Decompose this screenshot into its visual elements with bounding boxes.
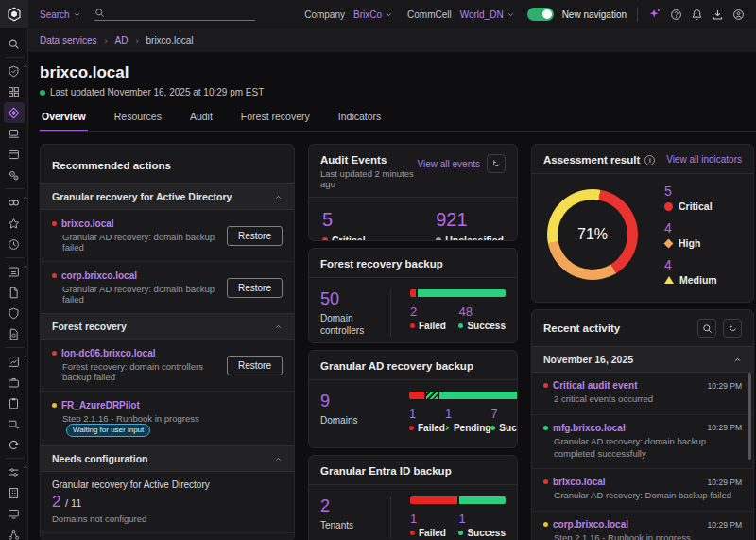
list-item: corp.brixco.local Granular AD recovery: … [41, 261, 294, 313]
account-icon[interactable] [732, 9, 745, 21]
entity-link[interactable]: brixco.local [61, 218, 114, 229]
entity-link[interactable]: FR_AzureDRPilot [61, 400, 140, 410]
view-all-events-link[interactable]: View all events [417, 159, 480, 169]
entity-link[interactable]: corp.brixco.local [61, 270, 137, 281]
tab-indicators[interactable]: Indicators [336, 111, 384, 131]
failed-segment [409, 392, 424, 399]
company-dropdown[interactable]: BrixCo [353, 9, 393, 20]
stat-success: 1 Success [458, 512, 506, 538]
not-configured-count: 2 [52, 493, 60, 511]
applications-window-icon[interactable] [4, 144, 25, 165]
help-icon[interactable] [670, 9, 682, 21]
activity-date-group[interactable]: November 16, 2025 [532, 346, 753, 373]
divider [5, 57, 24, 58]
protection-shield-icon[interactable] [4, 61, 25, 81]
total-block: 9 Domains [320, 392, 390, 433]
lifecycle-infinity-icon[interactable] [4, 192, 25, 213]
sync-loop-icon[interactable] [4, 434, 25, 455]
section-forest-recovery[interactable]: Forest recovery [41, 313, 294, 340]
card-title: Recommended actions [52, 160, 171, 171]
app-logo[interactable] [0, 0, 28, 28]
card-title: Audit Events [320, 154, 417, 165]
activity-link[interactable]: corp.brixco.local [553, 519, 628, 530]
history-clock-icon[interactable] [4, 234, 25, 254]
assessment-legend: 5 Critical 4 High 4 Medium [664, 183, 717, 286]
console-monitor-icon[interactable] [4, 503, 25, 524]
view-all-indicators-link[interactable]: View all indicators [666, 154, 742, 165]
replication-device-icon[interactable] [4, 413, 25, 434]
configuration-sliders-icon[interactable] [4, 462, 25, 482]
divider [390, 289, 391, 337]
data-services-icon[interactable] [4, 102, 25, 123]
scrollbar[interactable] [748, 373, 751, 460]
breadcrumb-data-services[interactable]: Data services [40, 35, 97, 45]
success-segment [459, 496, 507, 504]
chevron-up-icon [274, 322, 283, 331]
devices-laptop-icon[interactable] [4, 123, 25, 144]
bell-icon[interactable] [691, 9, 703, 21]
global-search-input[interactable] [94, 8, 255, 21]
restore-button[interactable]: Restore [227, 278, 283, 298]
section-needs-configuration[interactable]: Needs configuration [41, 445, 294, 472]
warning-dot [52, 403, 57, 408]
tab-forest-recovery[interactable]: Forest recovery [239, 111, 312, 131]
page-tabs: Overview Resources Audit Forest recovery… [40, 111, 756, 132]
tasks-clipboard-icon[interactable] [4, 392, 25, 413]
audit-events-card: Audit Events Last updated 2 minutes ago … [308, 144, 518, 241]
search-icon[interactable] [697, 319, 716, 338]
divider [5, 458, 24, 459]
analytics-chart-icon[interactable] [4, 351, 25, 372]
critical-dot [543, 383, 548, 388]
breadcrumb-ad[interactable]: AD [115, 35, 129, 45]
failed-segment [410, 289, 416, 297]
refresh-icon[interactable] [487, 154, 506, 173]
commcell-dropdown[interactable]: World_DN [460, 9, 515, 20]
failed-dot [410, 323, 415, 328]
info-icon[interactable]: i [644, 155, 655, 165]
chevron-down-icon [385, 10, 393, 19]
activity-link[interactable]: Critical audit event [553, 380, 637, 391]
reports-document-icon[interactable] [4, 282, 25, 303]
stat-failed: 1 Failed [409, 407, 445, 433]
status-bar [410, 496, 506, 504]
entity-link[interactable]: lon-dc06.brixco.local [61, 348, 155, 358]
pending-dot [445, 426, 450, 430]
jobs-briefcase-icon[interactable] [4, 372, 25, 392]
activity-link[interactable]: brixco.local [553, 477, 606, 487]
compliance-document-icon[interactable] [4, 323, 25, 344]
tab-resources[interactable]: Resources [112, 111, 163, 131]
network-topology-icon[interactable] [4, 524, 25, 540]
grid-icon[interactable] [4, 81, 25, 102]
servers-list-icon[interactable] [4, 261, 25, 282]
failed-dot [409, 426, 414, 430]
activity-link[interactable]: mfg.brixco.local [553, 423, 626, 433]
refresh-icon[interactable] [723, 319, 742, 338]
section-granular-recovery[interactable]: Granular recovery for Active Directory [41, 183, 294, 210]
chevron-down-icon [507, 10, 515, 19]
tab-overview[interactable]: Overview [40, 111, 88, 131]
new-navigation-toggle[interactable] [527, 8, 554, 21]
divider [637, 7, 638, 22]
restore-button[interactable]: Restore [227, 226, 283, 246]
status-badge: Waiting for user input [66, 424, 150, 437]
search-scope-dropdown[interactable]: Search [40, 9, 81, 20]
download-icon[interactable] [712, 9, 724, 21]
status-dot [40, 90, 45, 96]
breadcrumb: Data services › AD › brixco.local [28, 28, 756, 52]
failed-segment [410, 496, 457, 504]
automation-gears-icon[interactable] [4, 165, 25, 185]
activity-time: 10:29 PM [708, 381, 742, 391]
security-shield-icon[interactable] [4, 303, 25, 323]
list-item: FR_AzureDRPilot Step 2.1.16 - Runbook in… [41, 391, 294, 445]
stat-critical: 5 Critical [322, 209, 366, 241]
sparkle-ai-icon[interactable] [648, 8, 662, 21]
card-title: Granular Entra ID backup [320, 465, 452, 477]
page-title: brixco.local [40, 63, 756, 82]
restore-button[interactable]: Restore [227, 356, 283, 375]
company-building-icon[interactable] [4, 482, 25, 503]
favorites-star-icon[interactable] [4, 213, 25, 234]
tab-audit[interactable]: Audit [188, 111, 215, 131]
search-icon[interactable] [4, 33, 25, 54]
assessment-score: 71% [577, 226, 608, 243]
last-updated-text: Last updated 2 minutes ago [320, 168, 417, 189]
